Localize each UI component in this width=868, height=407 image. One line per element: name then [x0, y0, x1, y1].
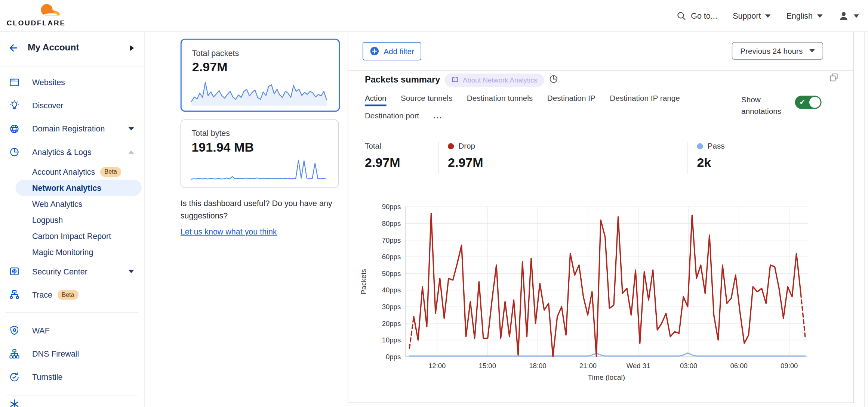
- sidebar-item-label: Network Analytics: [32, 183, 101, 192]
- sidebar-item-label: Web Analytics: [32, 199, 82, 208]
- chevron-up-icon: [129, 150, 134, 154]
- chevron-right-icon[interactable]: [130, 45, 134, 51]
- back-arrow-icon[interactable]: [8, 43, 19, 54]
- sidebar-item-turnstile[interactable]: Turnstile: [0, 366, 144, 389]
- packets-summary-panel: Add filter Previous 24 hours Packets sum…: [348, 31, 854, 403]
- add-filter-label: Add filter: [384, 47, 414, 56]
- cloudflare-logo[interactable]: CLOUDFLARE: [6, 2, 78, 30]
- top-navigation-bar: CLOUDFLARE Go to... Support English: [0, 0, 868, 32]
- tab-destination-tunnels[interactable]: Destination tunnels: [467, 93, 533, 106]
- drop-legend-dot: [448, 143, 454, 149]
- sidebar-item-magic-monitoring[interactable]: Magic Monitoring: [0, 244, 144, 260]
- card-value: 191.94 MB: [191, 140, 254, 155]
- stat-label: Drop: [458, 142, 475, 150]
- shield-icon: [9, 325, 20, 336]
- turnstile-icon: [9, 372, 20, 383]
- add-filter-button[interactable]: Add filter: [363, 42, 421, 60]
- sidebar-item-label: Trace: [32, 290, 52, 299]
- svg-text:03:00: 03:00: [680, 362, 697, 370]
- account-name: My Account: [28, 42, 79, 53]
- svg-text:90pps: 90pps: [382, 203, 401, 211]
- svg-text:50pps: 50pps: [382, 270, 401, 277]
- account-menu[interactable]: [838, 10, 859, 21]
- about-network-analytics-tag[interactable]: About Network Analytics: [444, 74, 544, 87]
- svg-text:12:00: 12:00: [428, 362, 446, 370]
- svg-text:40pps: 40pps: [382, 286, 401, 294]
- go-to-search[interactable]: Go to...: [677, 11, 717, 21]
- sidebar-item-account-analytics[interactable]: Account AnalyticsBeta: [0, 164, 144, 180]
- show-annotations-toggle[interactable]: ✓: [795, 96, 822, 109]
- sidebar-item-discover[interactable]: Discover: [0, 94, 144, 117]
- stat-label: Pass: [708, 142, 725, 150]
- user-avatar-icon: [838, 10, 849, 21]
- sidebar-item-web-analytics[interactable]: Web Analytics: [0, 196, 144, 212]
- packets-sparkline: [189, 78, 329, 107]
- sidebar-item-logpush[interactable]: Logpush: [0, 212, 144, 228]
- stat-value: 2.97M: [365, 155, 400, 170]
- sidebar-item-carbon-impact-report[interactable]: Carbon Impact Report: [0, 228, 144, 244]
- sidebar-divider: [6, 395, 138, 395]
- svg-text:30pps: 30pps: [382, 303, 401, 311]
- globe-icon: [9, 123, 20, 134]
- sidebar-item-label: Logpush: [32, 215, 63, 224]
- tab-destination-ip[interactable]: Destination IP: [547, 93, 595, 106]
- svg-text:10pps: 10pps: [382, 336, 401, 344]
- svg-text:80pps: 80pps: [382, 220, 401, 227]
- safe-icon: [9, 266, 20, 277]
- tab-action[interactable]: Action: [365, 93, 387, 106]
- expand-panel-icon[interactable]: [829, 72, 839, 83]
- brand-wordmark: CLOUDFLARE: [7, 19, 66, 27]
- sidebar-item-domain-registration[interactable]: Domain Registration: [0, 117, 144, 140]
- chevron-down-icon: [817, 14, 823, 18]
- sidebar-item-security-center[interactable]: Security Center: [0, 260, 144, 283]
- sidebar: My Account WebsitesDiscoverDomain Regist…: [0, 31, 145, 407]
- stat-pass: Pass2k: [697, 142, 724, 170]
- sidebar-item-label: Domain Registration: [32, 124, 105, 133]
- card-value: 2.97M: [192, 60, 228, 75]
- sidebar-divider: [6, 313, 138, 313]
- analytics-pie-icon[interactable]: [549, 74, 559, 84]
- dimension-tabs: ActionSource tunnelsDestination tunnelsD…: [365, 93, 680, 124]
- stat-value: 2k: [697, 155, 724, 170]
- panel-title: Packets summary: [365, 75, 440, 85]
- stat-value: 2.97M: [448, 155, 483, 170]
- sidebar-item-trace[interactable]: TraceBeta: [0, 283, 144, 306]
- chevron-down-icon: [765, 14, 771, 18]
- cloudflare-cloud-icon: [6, 2, 72, 19]
- svg-text:18:00: 18:00: [529, 362, 546, 370]
- svg-text:06:00: 06:00: [730, 362, 748, 370]
- sidebar-item-label: Account Analytics: [32, 167, 95, 176]
- support-menu[interactable]: Support: [733, 11, 771, 20]
- time-range-dropdown[interactable]: Previous 24 hours: [732, 42, 823, 60]
- tab-destination-ip-range[interactable]: Destination IP range: [610, 93, 680, 106]
- svg-text:20pps: 20pps: [382, 320, 401, 327]
- dns-icon: [9, 348, 20, 360]
- total-bytes-card[interactable]: Total bytes 191.94 MB: [181, 119, 339, 188]
- tab-source-tunnels[interactable]: Source tunnels: [401, 93, 452, 106]
- total-packets-card[interactable]: Total packets 2.97M: [181, 39, 340, 112]
- stat-divider: [438, 142, 439, 174]
- sidebar-item-network-analytics[interactable]: Network Analytics: [15, 180, 142, 196]
- sidebar-item-analytics-logs[interactable]: Analytics & Logs: [0, 140, 144, 164]
- card-title: Total bytes: [191, 129, 230, 138]
- sidebar-item-websites[interactable]: Websites: [0, 71, 144, 94]
- ip-addresses-icon[interactable]: [9, 398, 20, 407]
- language-menu[interactable]: English: [786, 11, 822, 20]
- sidebar-item-dns-firewall[interactable]: DNS Firewall: [0, 342, 144, 366]
- feedback-question: Is this dashboard useful? Do you have an…: [181, 199, 332, 220]
- content-right-edge: [864, 31, 865, 407]
- language-label: English: [786, 11, 812, 20]
- sidebar-item-label: DNS Firewall: [32, 349, 79, 358]
- stat-divider: [687, 142, 688, 174]
- sidebar-item-waf[interactable]: WAF: [0, 319, 144, 342]
- search-icon: [677, 11, 687, 21]
- beta-badge: Beta: [100, 167, 121, 177]
- stat-drop: Drop2.97M: [448, 142, 483, 170]
- svg-text:09:00: 09:00: [781, 362, 798, 370]
- tab-overflow-menu[interactable]: ...: [434, 111, 443, 124]
- show-annotations-label: Show annotations: [741, 94, 792, 117]
- svg-text:60pps: 60pps: [382, 253, 401, 261]
- feedback-link[interactable]: Let us know what you think: [181, 226, 277, 238]
- tab-destination-port[interactable]: Destination port: [365, 111, 419, 124]
- account-header[interactable]: My Account: [0, 31, 144, 66]
